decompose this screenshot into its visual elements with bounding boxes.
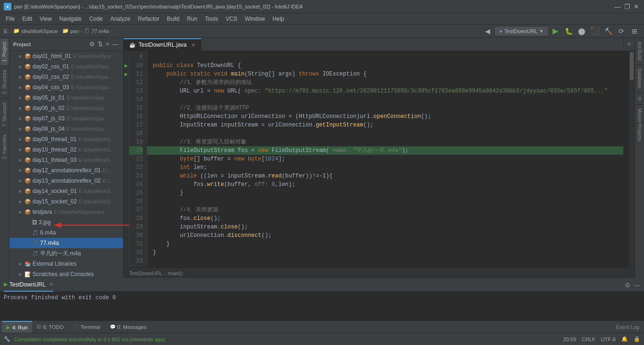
sidebar-tab-structure2[interactable]: 7: Structure <box>0 98 8 131</box>
sidebar-tab-favorites[interactable]: 2: Favorites <box>0 131 8 163</box>
folder-icon2: 📁 <box>62 28 69 34</box>
bottom-tab-run[interactable]: ▶ 4: Run <box>2 321 32 333</box>
right-sidebar-tabs: Ant Build Database m Maven Projects <box>635 38 644 278</box>
tree-item-day14-socket-01[interactable]: ▶📦day14_socket_01E:\ideaWorkS... <box>9 186 123 196</box>
tree-item-3-jpg[interactable]: 🖼3.jpg <box>9 217 123 227</box>
coverage-button[interactable]: ⬤ <box>576 25 587 37</box>
menu-refactor[interactable]: Refactor <box>134 15 163 23</box>
tree-item-day04-css-03[interactable]: ▶📦day04_css_03E:\ideaWorkSpa... <box>9 82 123 93</box>
line-ending[interactable]: CRLF <box>582 337 595 342</box>
tree-item-day11-thread-03[interactable]: ▶📦day11_thread_03E:\ideaWorkS... <box>9 155 123 165</box>
maximize-button[interactable]: ❐ <box>623 3 631 10</box>
tree-item-day15-socket-02[interactable]: ▶📦day15_socket_02E:\ideaWorkS... <box>9 196 123 207</box>
run-button[interactable]: ▶ <box>550 25 561 37</box>
menu-navigate[interactable]: Navigate <box>56 15 85 23</box>
lock-icon: 🔒 <box>634 336 640 342</box>
charset[interactable]: UTF-8 <box>601 337 616 342</box>
run-config-selector[interactable]: ● TestDownURL ▼ <box>495 27 548 35</box>
layout-button[interactable]: ⊞ <box>629 25 640 37</box>
tree-item-day12-annotationreflex-01[interactable]: ▶📦day12_annotationreflex_01E:\... <box>9 165 123 176</box>
run-tab-active[interactable]: ▶ TestDownURL ✕ <box>4 278 53 292</box>
right-tab-database[interactable]: Database <box>636 65 644 93</box>
editor-tab-spacer <box>201 38 623 50</box>
build-button[interactable]: 🔨 <box>603 25 614 37</box>
panel-minimize-icon[interactable]: — <box>111 40 119 49</box>
menu-file[interactable]: File <box>2 15 18 23</box>
sync-button[interactable]: ⟳ <box>616 25 627 37</box>
editor-scrollbar[interactable] <box>629 51 635 268</box>
code-line-18 <box>153 129 623 138</box>
tree-item-day13-annotationreflex-02[interactable]: ▶📦day13_annotationreflex_02E:\... <box>9 176 123 186</box>
tree-item-day01-html-01[interactable]: ▶📦day01_html_01E:\ideaWorkSpa... <box>9 51 123 61</box>
tree-item-day09-thread-01[interactable]: ▶📦day09_thread_01E:\ideaWorkS... <box>9 134 123 144</box>
tree-item-day10-thread-02[interactable]: ▶📦day10_thread_02E:\ideaWorkS... <box>9 144 123 155</box>
panel-gear-icon[interactable]: ≡ <box>105 40 110 49</box>
menu-run[interactable]: Run <box>183 15 201 23</box>
breadcrumb-workspace[interactable]: 📁 ideaWorkSpace <box>13 28 58 34</box>
bottom-tab-todo[interactable]: ☑ 6: TODO <box>32 321 68 333</box>
menu-window[interactable]: Window <box>241 15 269 23</box>
tree-item-77-m4a[interactable]: 🎵77.m4a <box>9 238 123 248</box>
breadcrumb-sep4: › <box>110 28 112 34</box>
tree-item-external-libraries[interactable]: ▶📚External Libraries <box>9 259 123 269</box>
debug-button[interactable]: 🐛 <box>563 25 574 37</box>
stop-button[interactable]: ⬛ <box>589 25 601 37</box>
run-indicator-10[interactable]: ▶ <box>124 63 128 68</box>
event-log-button[interactable]: Event Log <box>613 323 642 331</box>
notifications-icon[interactable]: 🔔 <box>621 336 628 342</box>
tree-item-day03-css-02[interactable]: ▶📦day03_css_02E:\ideaWorkSpa... <box>9 72 123 82</box>
run-tab-close[interactable]: ✕ <box>50 282 53 287</box>
breadcrumb-pan[interactable]: 📁 pan <box>62 28 79 34</box>
java-file-icon: ☕ <box>129 42 136 48</box>
run-panel-settings-icon[interactable]: ⚙ <box>625 281 631 289</box>
panel-sort-icon[interactable]: ⇅ <box>97 40 104 49</box>
tree-item-day06-js-02[interactable]: ▶📦day06_js_02E:\ideaWorkSpa... <box>9 103 123 113</box>
tree-item-testjava[interactable]: ▶📦testjavaE:\ideaWorkSpace\pa... <box>9 207 123 217</box>
folder-icon: 📁 <box>13 28 20 34</box>
tree-item-day07-js-03[interactable]: ▶📦day07_js_03E:\ideaWorkSpa... <box>9 113 123 124</box>
panel-settings-icon[interactable]: ⚙ <box>88 40 96 49</box>
bottom-tab-messages[interactable]: 💬 0: Messages <box>105 321 151 333</box>
project-tree: ▶📦day01_html_01E:\ideaWorkSpa...▶📦day02_… <box>9 51 123 278</box>
code-line-12: //1、参数为请求的目的地址 <box>153 78 623 87</box>
menu-tools[interactable]: Tools <box>201 15 222 23</box>
run-panel-minimize-icon[interactable]: — <box>634 281 640 289</box>
breadcrumb-method[interactable]: main() <box>168 270 182 276</box>
menu-help[interactable]: Help <box>269 15 288 23</box>
code-line-17: InputStream inputStream = urlConnection.… <box>153 121 623 129</box>
right-tab-m[interactable]: m <box>636 93 644 105</box>
menu-vcs[interactable]: VCS <box>222 15 241 23</box>
menu-view[interactable]: View <box>36 15 56 23</box>
menu-edit[interactable]: Edit <box>18 15 36 23</box>
tree-item-day05-js-01[interactable]: ▶📦day05_js_01E:\ideaWorkSpa... <box>9 93 123 103</box>
run-indicator-11[interactable]: ▶ <box>124 72 128 76</box>
bottom-tab-terminal[interactable]: ⬛ Terminal <box>68 321 105 333</box>
right-tab-ant-build[interactable]: Ant Build <box>636 38 644 65</box>
minimize-button[interactable]: — <box>614 3 621 10</box>
breadcrumb-sep1: › <box>10 28 12 34</box>
back-button[interactable]: ◀ <box>482 25 493 37</box>
tree-item-day08-js-04[interactable]: ▶📦day08_js_04E:\ideaWorkSpa... <box>9 124 123 134</box>
messages-icon: 💬 <box>110 324 116 329</box>
tab-close-icon[interactable]: ✕ <box>191 42 195 48</box>
breadcrumb-class[interactable]: TestDownURL <box>129 270 162 276</box>
menu-code[interactable]: Code <box>85 15 107 23</box>
cursor-position[interactable]: 20:59 <box>563 337 577 342</box>
code-editor[interactable]: public class TestDownURL { public static… <box>147 51 629 268</box>
sidebar-tab-structure[interactable]: 2: Structure <box>0 66 8 98</box>
code-line-9 <box>153 53 623 61</box>
breadcrumb-drive[interactable]: E: <box>4 28 8 34</box>
editor-tab-testdownurl[interactable]: ☕ TestDownURL.java ✕ <box>124 38 201 50</box>
tree-item-------m4a[interactable]: 🎵平凡的一天.m4a <box>9 248 123 259</box>
tree-item-scratches-and-consoles[interactable]: ▶📝Scratches and Consoles <box>9 269 123 278</box>
bottom-tab-messages-label: 0: Messages <box>117 324 147 330</box>
right-tab-maven[interactable]: Maven Projects <box>636 105 644 145</box>
menu-build[interactable]: Build <box>163 15 183 23</box>
breadcrumb-file[interactable]: 🎵 77.m4a <box>83 28 109 34</box>
sidebar-tab-project[interactable]: 1: Project <box>0 38 8 66</box>
tree-item-day02-css-01[interactable]: ▶📦day02_css_01E:\ideaWorkSpa... <box>9 61 123 72</box>
tree-item-6-m4a[interactable]: 🎵6.m4a <box>9 227 123 238</box>
editor-scroll-indicator: ▼ <box>623 38 635 50</box>
menu-analyze[interactable]: Analyze <box>107 15 134 23</box>
close-button[interactable]: ✕ <box>633 3 640 10</box>
